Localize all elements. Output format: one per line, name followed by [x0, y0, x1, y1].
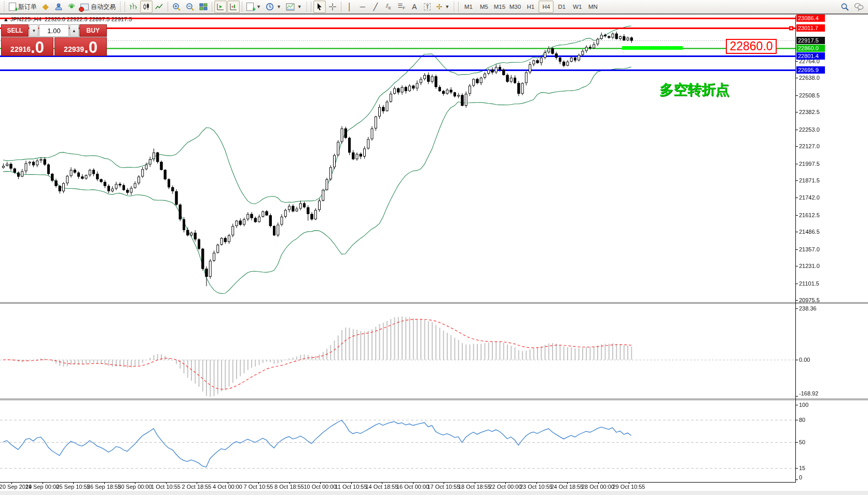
zoom-out-icon [186, 3, 195, 11]
turning-point-annotation[interactable]: 多空转折点 [659, 80, 729, 99]
sell-price-main: 22916 [10, 46, 31, 53]
auto-scroll-icon [216, 3, 225, 11]
search-button[interactable] [838, 1, 851, 13]
fibonacci-button[interactable]: ☰F [395, 1, 408, 13]
zoom-in-icon [172, 3, 181, 11]
toolbar-separator [242, 2, 242, 12]
periods-button[interactable]: ▼ [264, 1, 283, 13]
cursor-button[interactable] [313, 1, 326, 13]
search-icon [841, 3, 849, 11]
autotrading-button[interactable]: 自动交易 [78, 1, 118, 13]
vertical-line-button[interactable]: │ [343, 1, 356, 13]
text-icon: A [412, 3, 417, 10]
toolbar-separator [311, 2, 311, 12]
text-label-button[interactable]: T [421, 1, 434, 13]
zoom-out-button[interactable] [184, 1, 197, 13]
toolbar-separator [458, 2, 459, 12]
tile-windows-icon [199, 3, 208, 11]
ohlc-high: 22922.5 [67, 16, 88, 22]
new-order-icon: + [9, 3, 16, 11]
buy-button[interactable]: BUY [79, 24, 107, 37]
indicators-icon: + [246, 3, 254, 11]
buy-price-box[interactable]: 22939.0 [54, 37, 107, 56]
sell-button[interactable]: SELL [1, 24, 29, 37]
spin-down-icon: ▼ [32, 29, 36, 33]
indicators-button[interactable]: + ▼ [244, 1, 263, 13]
crosshair-icon [328, 3, 337, 11]
buy-button-label: BUY [87, 27, 100, 34]
toolbar-separator [168, 2, 168, 12]
vertical-line-icon: │ [347, 3, 352, 10]
cursor-icon [315, 3, 323, 11]
zoom-in-button[interactable] [170, 1, 183, 13]
trendline-button[interactable]: ╱ [369, 1, 382, 13]
chart-canvas[interactable] [0, 0, 868, 495]
dropdown-caret-icon: ▼ [297, 4, 302, 9]
periods-clock-icon [266, 3, 274, 11]
chart-shift-button[interactable] [227, 1, 240, 13]
candlestick-chart-icon [142, 3, 150, 11]
arrows-button[interactable]: ✢ ▼ [434, 1, 452, 13]
timeframe-group: M1M5M15M30H1H4D1W1MN [461, 1, 600, 13]
autotrading-icon [80, 4, 89, 10]
new-order-button[interactable]: + 新订单 [7, 1, 39, 13]
timeframe-button-mn[interactable]: MN [585, 1, 600, 13]
equidistant-channel-button[interactable]: ⫽E [382, 1, 395, 13]
toolbar-grip[interactable] [453, 2, 455, 12]
timeframe-button-h4[interactable]: H4 [539, 1, 554, 13]
toolbar-separator [125, 2, 125, 12]
ohlc-low: 22897.5 [89, 16, 110, 22]
symbol-info-line: ▲ JPN225-,H4 22920.0 22922.5 22897.5 229… [3, 16, 132, 22]
navigator-button[interactable] [52, 1, 65, 13]
ohlc-open: 22920.0 [45, 16, 65, 22]
timeframe-button-m5[interactable]: M5 [476, 1, 491, 13]
toolbar-grip[interactable] [306, 2, 308, 12]
bar-chart-icon [129, 3, 137, 11]
timeframe-button-m15[interactable]: M15 [492, 1, 507, 13]
timeframe-button-d1[interactable]: D1 [554, 1, 569, 13]
volume-decrease-button[interactable]: ▼ [29, 24, 38, 37]
auto-scroll-button[interactable] [214, 1, 227, 13]
templates-icon [286, 3, 295, 11]
chat-button[interactable] [852, 1, 866, 13]
ohlc-close: 22917.5 [111, 16, 132, 22]
market-watch-button[interactable]: ◆ [39, 1, 52, 13]
volume-increase-button[interactable]: ▲ [70, 24, 79, 37]
horizontal-line-button[interactable]: ─ [356, 1, 369, 13]
chart-shift-icon [229, 3, 238, 11]
bar-chart-button[interactable] [127, 1, 140, 13]
buy-price-main: 22939 [64, 46, 84, 53]
dropdown-caret-icon: ▼ [256, 4, 261, 9]
line-chart-button[interactable] [153, 1, 166, 13]
dropdown-caret-icon: ▼ [277, 4, 281, 9]
price-callout-box[interactable]: 22860.0 [726, 39, 777, 54]
spin-up-icon: ▲ [72, 29, 76, 33]
tile-windows-button[interactable] [197, 1, 210, 13]
templates-button[interactable]: ▼ [284, 1, 304, 13]
volume-input[interactable]: 1.00 [39, 24, 68, 37]
navigator-icon [54, 3, 63, 11]
arrows-icon: ✢ [436, 3, 443, 10]
text-button[interactable]: A [408, 1, 421, 13]
toolbar-separator [212, 2, 212, 12]
toolbar-grip[interactable] [3, 2, 5, 12]
candlestick-chart-button[interactable] [140, 1, 153, 13]
toolbar-separator [341, 2, 341, 12]
signals-button[interactable] [65, 1, 78, 13]
timeframe-button-w1[interactable]: W1 [570, 1, 585, 13]
symbol-name: JPN225-,H4 [10, 16, 42, 22]
sell-price-box[interactable]: 22916.0 [1, 37, 53, 56]
crosshair-button[interactable] [326, 1, 339, 13]
timeframe-button-m1[interactable]: M1 [461, 1, 476, 13]
autotrading-label: 自动交易 [91, 3, 116, 11]
sell-price-fraction: .0 [31, 40, 44, 55]
window-bottom-strip [0, 491, 868, 495]
new-order-label: 新订单 [18, 3, 37, 11]
toolbar: + 新订单 ◆ 自动交易 [0, 0, 868, 15]
timeframe-button-h1[interactable]: H1 [523, 1, 538, 13]
toolbar-grip[interactable] [119, 2, 121, 12]
sell-button-label: SELL [7, 27, 23, 34]
one-click-trading-panel: SELL ▼ 1.00 ▲ BUY 22916.0 22939.0 [1, 24, 107, 56]
collapse-arrow-icon[interactable]: ▲ [3, 16, 9, 22]
timeframe-button-m30[interactable]: M30 [507, 1, 522, 13]
